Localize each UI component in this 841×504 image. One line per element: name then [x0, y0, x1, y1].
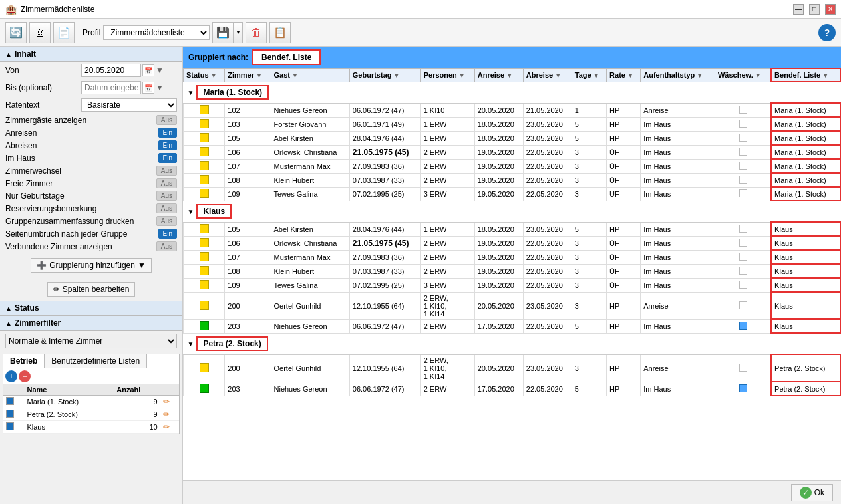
maximize-button[interactable]: □ [809, 4, 820, 15]
wasche-cell[interactable] [715, 187, 771, 201]
list-edit-cell[interactable]: ✏ [160, 408, 179, 421]
wasche-cell[interactable] [715, 278, 771, 292]
save-button[interactable]: 💾 [212, 22, 234, 43]
anreise-cell: 19.05.2020 [474, 278, 523, 292]
wasche-cell[interactable] [715, 145, 771, 159]
rate-cell: ÜF [607, 236, 641, 250]
toggle-label-2: Abreisen [5, 141, 158, 150]
toggle-label-0: Zimmergäste anzeigen [5, 116, 156, 125]
col-header-anreise[interactable]: Anreise ▼ [474, 68, 523, 82]
list-remove-button[interactable]: − [19, 370, 31, 382]
col-header-wasche[interactable]: Wäschew. ▼ [715, 68, 771, 82]
zimmer-cell: 105 [225, 131, 271, 145]
bendef-liste-cell: Maria (1. Stock) [771, 173, 840, 187]
von-filter-icon[interactable]: ▼ [156, 66, 164, 75]
list-edit-cell[interactable]: ✏ [160, 396, 179, 408]
von-calendar-icon[interactable]: 📅 [142, 64, 154, 76]
toggle-btn-3[interactable]: Ein [158, 153, 177, 163]
list-add-remove: + − [3, 368, 179, 384]
wasche-cell[interactable] [715, 319, 771, 333]
zimmerfilter-section-header[interactable]: ▲ Zimmerfilter [0, 316, 182, 331]
toggle-btn-4[interactable]: Aus [156, 166, 177, 176]
wasche-cell[interactable] [715, 354, 771, 382]
ratentext-row: Ratentext Basisrate [0, 96, 182, 114]
col-header-rate[interactable]: Rate ▼ [607, 68, 641, 82]
bendef-liste-cell: Klaus [771, 236, 840, 250]
von-label: Von [5, 66, 79, 75]
col-header-gast[interactable]: Gast ▼ [271, 68, 349, 82]
col-header-abreise[interactable]: Abreise ▼ [523, 68, 572, 82]
group-collapse-icon[interactable]: ▼ [188, 89, 194, 96]
export-button[interactable]: 📄 [53, 22, 75, 43]
table-row: 107Mustermann Max27.09.1983 (36)2 ERW19.… [184, 250, 841, 264]
bis-filter-icon[interactable]: ▼ [156, 83, 164, 92]
wasche-cell[interactable] [715, 117, 771, 131]
toggle-btn-8[interactable]: Aus [156, 216, 177, 226]
list-table: Name Anzahl Maria (1. Stock) 9 ✏ Petra (… [3, 384, 179, 434]
bis-calendar-icon[interactable]: 📅 [142, 82, 154, 94]
personen-cell: 3 ERW [420, 278, 474, 292]
toggle-btn-10[interactable]: Aus [156, 241, 177, 251]
add-group-button[interactable]: ➕ Gruppierung hinzufügen ▼ [31, 258, 152, 273]
wasche-cell[interactable] [715, 222, 771, 236]
wasche-cell[interactable] [715, 159, 771, 173]
toggle-btn-9[interactable]: Ein [158, 229, 177, 239]
wasche-cell[interactable] [715, 264, 771, 278]
col-header-bendef_liste[interactable]: Bendef. Liste ▼ [771, 68, 840, 82]
status-cell [184, 382, 225, 396]
col-header-personen[interactable]: Personen ▼ [420, 68, 474, 82]
edit-cols-button[interactable]: ✏ Spalten bearbeiten [47, 282, 136, 297]
tab-betrieb[interactable]: Betrieb [3, 354, 45, 368]
wasche-cell[interactable] [715, 103, 771, 117]
ratentext-select[interactable]: Basisrate [81, 98, 177, 112]
col-header-tage[interactable]: Tage ▼ [572, 68, 606, 82]
tab-benutzerdefinierte[interactable]: Benutzerdefinierte Listen [45, 354, 147, 368]
bendef-liste-top-button[interactable]: Bendef. Liste [252, 49, 321, 65]
toggle-btn-1[interactable]: Ein [158, 128, 177, 138]
copy-button[interactable]: 📋 [269, 22, 291, 43]
close-button[interactable]: ✕ [825, 4, 836, 15]
delete-button[interactable]: 🗑 [246, 22, 267, 43]
wasche-cell[interactable] [715, 131, 771, 145]
status-cell [184, 117, 225, 131]
list-edit-button[interactable]: ✏ [163, 422, 170, 432]
inhalt-section-header[interactable]: ▲ Inhalt [0, 47, 182, 62]
save-dropdown[interactable]: ▼ [234, 22, 243, 43]
list-edit-button[interactable]: ✏ [163, 397, 170, 406]
group-collapse-icon[interactable]: ▼ [188, 340, 194, 348]
col-header-status[interactable]: Status ▼ [184, 68, 225, 82]
profil-select[interactable]: Zimmermädchenliste [103, 25, 210, 40]
refresh-button[interactable]: 🔄 [5, 22, 27, 43]
wasche-cell[interactable] [715, 236, 771, 250]
toggle-btn-7[interactable]: Aus [156, 203, 177, 213]
list-edit-cell[interactable]: ✏ [160, 421, 179, 434]
bis-input[interactable] [81, 81, 141, 94]
toggle-btn-5[interactable]: Aus [156, 178, 177, 188]
toggle-btn-0[interactable]: Aus [156, 115, 177, 125]
von-input[interactable] [81, 64, 141, 77]
minimize-button[interactable]: — [793, 4, 804, 15]
abreise-cell: 22.05.2020 [523, 264, 572, 278]
col-header-aufenthaltstyp[interactable]: Aufenthaltstyp ▼ [641, 68, 715, 82]
group-collapse-icon[interactable]: ▼ [188, 208, 194, 215]
status-section-header[interactable]: ▲ Status [0, 301, 182, 316]
list-edit-button[interactable]: ✏ [163, 410, 170, 419]
col-header-zimmer[interactable]: Zimmer ▼ [225, 68, 271, 82]
group-header-cell: ▼Klaus [184, 201, 841, 222]
col-header-geburtstag[interactable]: Geburtstag ▼ [349, 68, 420, 82]
wasche-cell[interactable] [715, 250, 771, 264]
wasche-unchecked-icon [739, 176, 747, 184]
wasche-cell[interactable] [715, 382, 771, 396]
wasche-cell[interactable] [715, 292, 771, 319]
wasche-cell[interactable] [715, 173, 771, 187]
ok-button[interactable]: ✓ Ok [791, 484, 833, 501]
normale-zimmer-select[interactable]: Normale & Interne Zimmer [5, 334, 177, 348]
help-button[interactable]: ? [818, 24, 836, 41]
print-button[interactable]: 🖨 [29, 22, 51, 43]
zimmerfilter-section-label: Zimmerfilter [15, 318, 61, 328]
wasche-unchecked-icon [739, 364, 747, 372]
toggle-btn-6[interactable]: Aus [156, 191, 177, 201]
aufenthaltstyp-cell: Im Haus [641, 319, 715, 333]
list-add-button[interactable]: + [5, 370, 17, 382]
toggle-btn-2[interactable]: Ein [158, 140, 177, 150]
